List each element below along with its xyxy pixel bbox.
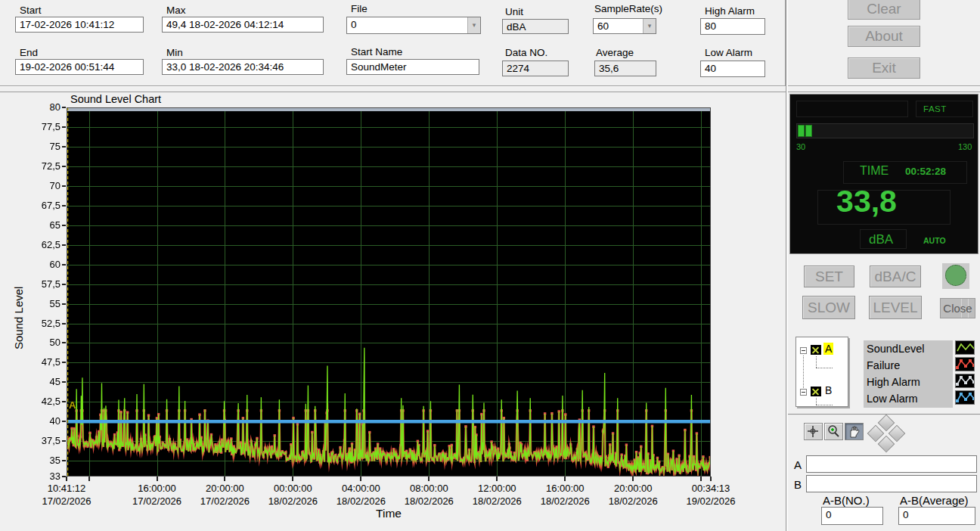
y-tick-mark bbox=[62, 342, 66, 343]
about-button[interactable]: About bbox=[848, 26, 920, 47]
legend-item-soundlevel[interactable]: SoundLevel bbox=[864, 340, 953, 357]
y-tick-label: 35 bbox=[21, 455, 60, 466]
end-label: End bbox=[20, 47, 38, 58]
y-tick-mark bbox=[62, 284, 66, 285]
x-tick-label: 20:00:0018/02/2026 bbox=[598, 482, 668, 508]
y-tick-mark bbox=[62, 362, 66, 363]
y-tick-mark bbox=[62, 185, 66, 187]
y-tick-label: 77,5 bbox=[21, 121, 60, 132]
y-tick-label: 72,5 bbox=[21, 160, 60, 172]
tree-collapse-icon[interactable] bbox=[800, 347, 807, 354]
legend-style-icons bbox=[955, 340, 975, 407]
meter-range-mode: AUTO bbox=[923, 236, 946, 245]
x-tick-label: 16:00:0017/02/2026 bbox=[122, 482, 192, 508]
horizontal-divider bbox=[0, 85, 980, 92]
ab-no-label: A-B(NO.) bbox=[823, 494, 870, 507]
x-tick-label: 08:00:0018/02/2026 bbox=[394, 482, 464, 508]
average-field: 35,6 bbox=[594, 61, 656, 76]
cursor-a-row-label: A bbox=[794, 458, 802, 471]
y-tick-label: 67,5 bbox=[21, 200, 60, 211]
exit-button[interactable]: Exit bbox=[848, 57, 920, 79]
y-tick-label: 60 bbox=[21, 259, 60, 270]
meter-elapsed-time: 00:52:28 bbox=[905, 166, 946, 177]
tree-node-a[interactable]: A bbox=[823, 343, 833, 355]
legend-item-failure[interactable]: Failure bbox=[864, 357, 953, 374]
file-combo[interactable]: 0 ▾ bbox=[346, 17, 481, 34]
slow-button[interactable]: SLOW bbox=[802, 296, 855, 319]
analysis-panel: A B A-B(NO.) 0 A-B(Average) 0 bbox=[788, 414, 980, 531]
max-field[interactable]: 49,4 18-02-2026 04:12:14 bbox=[162, 17, 324, 33]
legend-list: SoundLevel Failure High Alarm Low Alarm bbox=[864, 340, 953, 408]
meter-bar-segment bbox=[805, 125, 812, 137]
close-button[interactable]: Close bbox=[940, 298, 975, 318]
x-tick-mark bbox=[88, 477, 90, 481]
sample-rate-combo-value: 60 bbox=[597, 20, 609, 32]
legend-style-icon-failure[interactable] bbox=[955, 357, 975, 371]
zoom-tool-button[interactable] bbox=[824, 423, 843, 440]
cursor-a-value-field[interactable] bbox=[806, 455, 977, 473]
legend-item-low-alarm[interactable]: Low Alarm bbox=[864, 390, 953, 407]
low-alarm-label: Low Alarm bbox=[705, 47, 752, 58]
scroll-nav-widget[interactable] bbox=[865, 415, 907, 453]
x-tick-mark bbox=[224, 477, 225, 481]
x-tick-mark bbox=[66, 477, 67, 481]
y-tick-mark bbox=[62, 421, 66, 422]
sample-rate-combo[interactable]: 60 ▾ bbox=[593, 18, 656, 34]
high-alarm-label: High Alarm bbox=[705, 5, 755, 17]
ab-no-field[interactable]: 0 bbox=[821, 507, 883, 525]
y-tick-label: 75 bbox=[21, 141, 60, 152]
legend-style-icon-high-alarm[interactable] bbox=[955, 374, 975, 388]
end-field[interactable]: 19-02-2026 00:51:44 bbox=[15, 59, 144, 75]
low-alarm-field[interactable]: 40 bbox=[700, 61, 765, 77]
legend-style-icon-low-alarm[interactable] bbox=[955, 390, 975, 405]
cursor-b-row-label: B bbox=[794, 478, 802, 491]
cursor-b-value-field[interactable] bbox=[806, 475, 977, 492]
cursor-a-marker[interactable]: A bbox=[69, 399, 76, 411]
y-tick-mark bbox=[62, 440, 66, 442]
dba-c-button[interactable]: dBA/C bbox=[870, 266, 921, 287]
max-label: Max bbox=[166, 5, 186, 16]
min-label: Min bbox=[166, 47, 183, 58]
start-name-field[interactable]: SoundMeter bbox=[346, 59, 479, 75]
x-tick-label: 20:00:0017/02/2026 bbox=[190, 482, 259, 508]
sample-rate-combo-arrow-icon[interactable]: ▾ bbox=[643, 19, 656, 33]
clear-button[interactable]: Clear bbox=[848, 0, 920, 20]
tree-connector bbox=[803, 356, 804, 391]
sound-level-chart-canvas[interactable] bbox=[67, 107, 711, 477]
y-tick-mark bbox=[62, 323, 66, 324]
tree-collapse-icon[interactable] bbox=[800, 389, 807, 396]
power-led-indicator[interactable] bbox=[945, 265, 966, 286]
y-tick-label: 57,5 bbox=[21, 278, 60, 290]
legend-item-high-alarm[interactable]: High Alarm bbox=[864, 374, 953, 390]
x-tick-label: 00:00:0018/02/2026 bbox=[258, 482, 327, 508]
led-indicator-box bbox=[942, 263, 969, 289]
ab-average-field[interactable]: 0 bbox=[898, 507, 975, 525]
y-tick-label: 40 bbox=[21, 415, 60, 427]
file-combo-value: 0 bbox=[351, 19, 357, 30]
x-tick-label: 12:00:0018/02/2026 bbox=[462, 482, 532, 508]
level-button[interactable]: LEVEL bbox=[869, 296, 922, 319]
file-combo-arrow-icon[interactable]: ▾ bbox=[467, 17, 480, 33]
start-label: Start bbox=[20, 5, 42, 16]
start-name-label: Start Name bbox=[351, 46, 402, 57]
min-field[interactable]: 33,0 18-02-2026 20:34:46 bbox=[162, 59, 324, 75]
x-tick-label: 00:34:1319/02/2026 bbox=[676, 482, 746, 508]
tree-connector bbox=[816, 398, 817, 405]
tree-node-b[interactable]: B bbox=[823, 384, 833, 396]
tree-connector bbox=[816, 405, 833, 405]
y-tick-mark bbox=[62, 381, 66, 383]
pan-tool-button[interactable] bbox=[845, 423, 864, 440]
plot-a-icon[interactable] bbox=[811, 345, 821, 355]
meter-display: FAST 30 130 TIME 00:52:28 33,8 dBA AUTO bbox=[789, 94, 978, 254]
set-button[interactable]: SET bbox=[804, 266, 854, 287]
legend-style-icon-soundlevel[interactable] bbox=[955, 340, 975, 355]
unit-field: dBA bbox=[502, 19, 569, 34]
chart-x-axis-label: Time bbox=[321, 507, 457, 520]
y-tick-mark bbox=[62, 460, 66, 461]
y-tick-mark bbox=[62, 107, 66, 108]
x-tick-mark bbox=[710, 477, 712, 481]
cursor-tool-button[interactable] bbox=[804, 423, 823, 440]
start-field[interactable]: 17-02-2026 10:41:12 bbox=[15, 17, 144, 33]
plot-b-icon[interactable] bbox=[811, 387, 821, 396]
high-alarm-field[interactable]: 80 bbox=[700, 18, 765, 35]
